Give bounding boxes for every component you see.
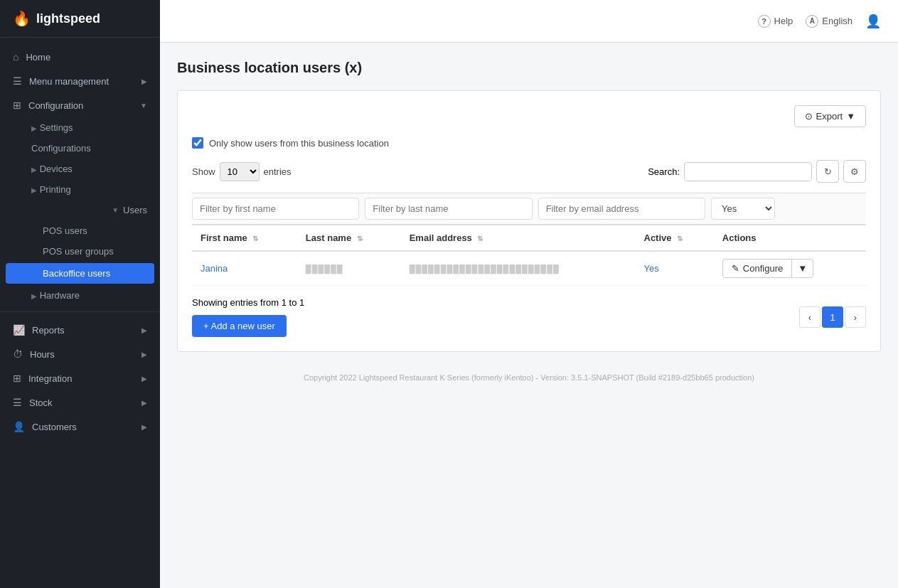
refresh-button[interactable]: ↻: [816, 160, 839, 183]
cell-active: Yes: [636, 251, 714, 286]
filter-first-name-input[interactable]: [192, 198, 359, 220]
sidebar-item-pos-users[interactable]: POS users: [0, 220, 160, 241]
cell-last-name: ██████: [297, 251, 401, 286]
sidebar-item-backoffice-users[interactable]: Backoffice users: [6, 263, 154, 284]
configure-button[interactable]: ✎ Configure: [722, 259, 792, 278]
sidebar-item-settings-label: Settings: [40, 122, 73, 133]
cell-first-name: Janina: [192, 251, 297, 286]
sidebar-item-hours-label: Hours: [30, 349, 55, 360]
settings-button[interactable]: ⚙: [843, 160, 866, 183]
sidebar-item-stock[interactable]: ☰ Stock ▶: [0, 390, 160, 415]
user-first-name-link[interactable]: Janina: [201, 263, 228, 274]
sidebar-item-menu-management[interactable]: ☰ Menu management ▶: [0, 69, 160, 93]
sidebar-item-users[interactable]: ▼ Users: [0, 200, 160, 220]
col-active: Active ⇅: [636, 225, 714, 252]
chevron-right-icon-customers: ▶: [141, 423, 147, 431]
page-title: Business location users (x): [177, 60, 881, 76]
logo-text: lightspeed: [36, 11, 100, 26]
add-new-user-button[interactable]: + Add a new user: [192, 315, 287, 337]
sidebar-item-home[interactable]: ⌂ Home: [0, 45, 160, 69]
customers-icon: 👤: [13, 421, 25, 432]
sort-icon-last-name[interactable]: ⇅: [357, 235, 363, 242]
sidebar-item-configuration-label: Configuration: [28, 100, 83, 111]
show-label: Show: [192, 166, 215, 177]
sort-icon-active[interactable]: ⇅: [677, 235, 683, 242]
table-row: Janina ██████ ████████████████████████ Y…: [192, 251, 866, 286]
sort-icon-email[interactable]: ⇅: [477, 235, 483, 242]
table-header-row: Yes No All: [192, 193, 866, 225]
sidebar-item-devices[interactable]: ▶ Devices: [0, 159, 160, 179]
pagination-page-1-button[interactable]: 1: [822, 306, 843, 328]
filter-active-select[interactable]: Yes No All: [711, 198, 775, 220]
sidebar-item-customers[interactable]: 👤 Customers ▶: [0, 415, 160, 439]
user-active-link[interactable]: Yes: [644, 263, 659, 274]
sidebar-item-hardware[interactable]: ▶ Hardware: [0, 285, 160, 306]
sidebar-item-menu-label: Menu management: [29, 76, 109, 87]
hours-icon: ⏱: [13, 348, 23, 360]
sidebar-item-stock-label: Stock: [29, 397, 53, 408]
user-button[interactable]: 👤: [865, 14, 881, 29]
chevron-down-icon: ▼: [140, 102, 147, 109]
sidebar-item-reports[interactable]: 📈 Reports ▶: [0, 318, 160, 342]
show-entries-group: Show 10 25 50 100 entries: [192, 162, 292, 181]
business-location-checkbox[interactable]: [192, 137, 203, 149]
pagination-next-button[interactable]: ›: [845, 306, 866, 328]
configure-dropdown-button[interactable]: ▼: [792, 259, 813, 278]
search-input[interactable]: [684, 162, 812, 181]
filter-email-input[interactable]: [538, 198, 705, 220]
export-button[interactable]: ⊙ Export ▼: [794, 105, 866, 127]
sidebar-item-hours[interactable]: ⏱ Hours ▶: [0, 342, 160, 366]
refresh-icon: ↻: [824, 166, 832, 177]
entries-select[interactable]: 10 25 50 100: [220, 162, 260, 181]
filter-last-name-input[interactable]: [365, 198, 532, 220]
sidebar-item-configurations[interactable]: Configurations: [0, 138, 160, 159]
help-button[interactable]: ? Help: [758, 15, 793, 28]
user-icon: 👤: [865, 14, 881, 29]
col-actions: Actions: [714, 225, 866, 252]
sidebar-item-users-label: Users: [123, 205, 147, 215]
controls-row: Show 10 25 50 100 entries Search: ↻: [192, 160, 866, 183]
chevron-left-icon: ‹: [808, 312, 811, 323]
chevron-right-icon-hours: ▶: [141, 351, 147, 358]
user-email-blurred: ████████████████████████: [410, 264, 560, 273]
chevron-right-icon-hardware: ▶: [31, 292, 37, 300]
sidebar-item-configurations-label: Configurations: [31, 143, 91, 154]
export-chevron-icon: ▼: [846, 111, 855, 122]
col-last-name: Last name ⇅: [297, 225, 401, 252]
chevron-right-icon: ▶: [141, 77, 147, 85]
chevron-down-icon-actions: ▼: [798, 263, 807, 274]
integration-icon: ⊞: [13, 373, 21, 384]
gear-icon: ⚙: [850, 166, 859, 177]
table-body: Janina ██████ ████████████████████████ Y…: [192, 251, 866, 286]
edit-icon: ✎: [732, 263, 739, 274]
language-icon: A: [806, 15, 818, 28]
cell-actions: ✎ Configure ▼: [714, 251, 866, 286]
sidebar-item-configuration[interactable]: ⊞ Configuration ▼: [0, 93, 160, 117]
sidebar: 🔥 lightspeed ⌂ Home ☰ Menu management ▶ …: [0, 0, 160, 588]
content-area: Business location users (x) ⊙ Export ▼ O…: [160, 43, 898, 588]
sidebar-item-pos-user-groups-label: POS user groups: [43, 246, 114, 257]
language-button[interactable]: A English: [806, 15, 852, 28]
chevron-right-icon-devices: ▶: [31, 166, 37, 173]
chevron-right-icon-printing: ▶: [31, 186, 37, 194]
entries-label: entries: [264, 166, 292, 177]
chevron-right-icon-integration: ▶: [141, 375, 147, 383]
sidebar-item-customers-label: Customers: [32, 422, 77, 432]
sidebar-item-settings[interactable]: ▶ Settings: [0, 117, 160, 138]
users-table: Yes No All First name ⇅: [192, 193, 866, 286]
col-email: Email address ⇅: [401, 225, 636, 252]
config-icon: ⊞: [13, 100, 21, 111]
sidebar-item-integration[interactable]: ⊞ Integration ▶: [0, 366, 160, 390]
sort-icon-first-name[interactable]: ⇅: [252, 235, 258, 242]
sidebar-item-backoffice-users-label: Backoffice users: [43, 268, 110, 279]
reports-icon: 📈: [13, 324, 25, 336]
user-last-name-blurred: ██████: [306, 264, 343, 273]
chevron-right-icon-stock: ▶: [141, 399, 147, 407]
sidebar-nav: ⌂ Home ☰ Menu management ▶ ⊞ Configurati…: [0, 38, 160, 588]
sidebar-item-pos-user-groups[interactable]: POS user groups: [0, 241, 160, 262]
logo: 🔥 lightspeed: [0, 0, 160, 38]
stock-icon: ☰: [13, 397, 22, 408]
sidebar-item-integration-label: Integration: [28, 373, 72, 384]
pagination-prev-button[interactable]: ‹: [799, 306, 821, 328]
sidebar-item-printing[interactable]: ▶ Printing: [0, 179, 160, 200]
